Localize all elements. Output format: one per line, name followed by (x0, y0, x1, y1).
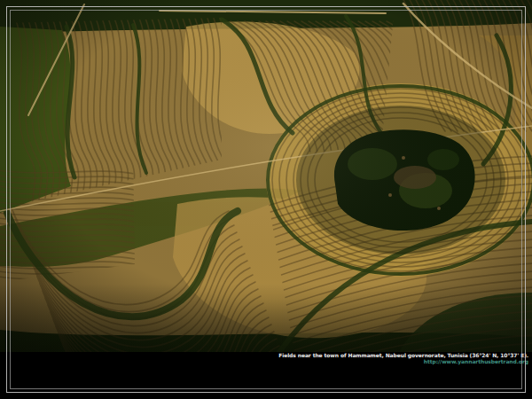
aerial-photo (0, 0, 532, 352)
caption-url: http://www.yannarthusbertrand.org (278, 358, 528, 364)
aerial-photo-svg (0, 0, 532, 352)
caption: Fields near the town of Hammamet, Nabeul… (278, 352, 528, 364)
caption-title: Fields near the town of Hammamet, Nabeul… (278, 352, 528, 358)
wallpaper: Fields near the town of Hammamet, Nabeul… (0, 0, 532, 399)
vignette (0, 0, 532, 352)
